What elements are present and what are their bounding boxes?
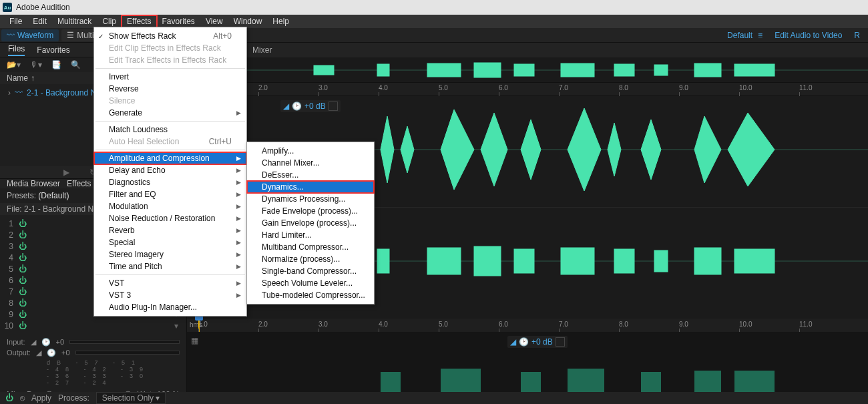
menu-item-diagnostics[interactable]: Diagnostics▶ — [94, 176, 246, 188]
menu-item-reverse[interactable]: Reverse — [94, 83, 246, 95]
chevron-right-icon: ▶ — [236, 263, 241, 270]
svg-marker-18 — [608, 123, 621, 176]
search-icon[interactable]: 🔍 — [71, 60, 81, 69]
menu-file[interactable]: File — [4, 15, 27, 27]
input-value[interactable]: +0 — [56, 338, 65, 346]
submenu-item-multiband[interactable]: Multiband Compressor... — [247, 241, 374, 253]
menu-clip[interactable]: Clip — [97, 15, 122, 27]
tab-media-browser[interactable]: Media Browser — [7, 179, 60, 188]
menu-effects[interactable]: Effects — [122, 15, 156, 27]
svg-rect-6 — [561, 63, 594, 77]
menu-item-reverb[interactable]: Reverb▶ — [94, 224, 246, 236]
chevron-down-icon[interactable]: ▾ — [174, 321, 178, 331]
menu-item-delay-echo[interactable]: Delay and Echo▶ — [94, 164, 246, 176]
submenu-item-speech-leveler[interactable]: Speech Volume Leveler... — [247, 277, 374, 289]
workspace-edit-av[interactable]: Edit Audio to Video — [775, 31, 842, 40]
menu-window[interactable]: Window — [228, 15, 268, 27]
ruler-mark: 10.0 — [739, 84, 752, 91]
submenu-item-tube-compressor[interactable]: Tube-modeled Compressor... — [247, 289, 374, 301]
submenu-item-amplify[interactable]: Amplify... — [247, 145, 374, 157]
submenu-item-dynamics-processing[interactable]: Dynamics Processing... — [247, 193, 374, 205]
power-icon[interactable]: ⏻ — [19, 321, 27, 331]
overview-waveform[interactable] — [187, 57, 868, 83]
power-icon[interactable]: ⏻ — [19, 242, 27, 251]
menu-item-special[interactable]: Special▶ — [94, 236, 246, 248]
workspace-default[interactable]: Default — [727, 31, 752, 40]
separator — [95, 274, 245, 275]
power-icon[interactable]: ⏻ — [19, 264, 27, 274]
menu-item-invert[interactable]: Invert — [94, 71, 246, 83]
status-mode-icon[interactable]: ⎋ — [20, 393, 25, 403]
menu-item-match-loudness[interactable]: Match Loudness — [94, 124, 246, 136]
menu-view[interactable]: View — [200, 15, 228, 27]
svg-rect-9 — [694, 63, 721, 77]
power-icon[interactable]: ⏻ — [19, 287, 27, 296]
gain-icon: ◢ — [31, 338, 36, 347]
waveform-mode-button[interactable]: 〰 Waveform — [1, 29, 59, 41]
submenu-item-channel-mixer[interactable]: Channel Mixer... — [247, 157, 374, 169]
power-icon[interactable]: ⏻ — [5, 393, 13, 403]
effect-slot[interactable]: 10⏻▾ — [4, 320, 182, 331]
apply-button[interactable]: Apply — [31, 393, 51, 403]
status-bar: ⏻ ⎋ Apply Process: Selection Only ▾ — [0, 392, 868, 404]
ruler-mark: 5.0 — [439, 321, 448, 328]
title-bar: Au Adobe Audition — [0, 0, 868, 15]
input-row: Input: ◢ 🕑 +0 — [7, 337, 180, 347]
effects-menu[interactable]: ✓Show Effects RackAlt+0 Edit Clip Effect… — [93, 27, 247, 317]
preset-value[interactable]: (Default) — [38, 191, 69, 200]
tab-files[interactable]: Files — [8, 44, 25, 56]
chevron-right-icon: ▶ — [236, 167, 241, 174]
menu-item-time-pitch[interactable]: Time and Pitch▶ — [94, 260, 246, 272]
submenu-item-hard-limiter[interactable]: Hard Limiter... — [247, 229, 374, 241]
submenu-item-single-band[interactable]: Single-band Compressor... — [247, 265, 374, 277]
menu-item-stereo-imagery[interactable]: Stereo Imagery▶ — [94, 248, 246, 260]
menu-item-modulation[interactable]: Modulation▶ — [94, 200, 246, 212]
power-icon[interactable]: ⏻ — [19, 219, 27, 228]
submenu-item-fade-envelope[interactable]: Fade Envelope (process)... — [247, 205, 374, 217]
menu-item-generate[interactable]: Generate▶ — [94, 107, 246, 119]
output-value[interactable]: +0 — [61, 349, 70, 357]
separator — [95, 150, 245, 150]
power-icon[interactable]: ⏻ — [19, 298, 27, 308]
submenu-item-gain-envelope[interactable]: Gain Envelope (process)... — [247, 217, 374, 229]
workspace-more[interactable]: R — [854, 31, 860, 40]
menu-bar[interactable]: File Edit Multitrack Clip Effects Favori… — [0, 15, 868, 28]
menu-item-vst[interactable]: VST▶ — [94, 277, 246, 289]
svg-rect-2 — [377, 64, 389, 76]
ruler-mark: 11.0 — [799, 84, 812, 91]
menu-item-vst3[interactable]: VST 3▶ — [94, 289, 246, 301]
submenu-item-normalize[interactable]: Normalize (process)... — [247, 253, 374, 265]
ruler-mark: 10.0 — [739, 321, 752, 328]
play-icon[interactable]: ▶ — [63, 168, 69, 177]
power-icon[interactable]: ⏻ — [19, 310, 27, 319]
output-meter — [75, 351, 180, 355]
tab-favorites[interactable]: Favorites — [37, 45, 69, 55]
process-dropdown[interactable]: Selection Only ▾ — [96, 392, 166, 404]
menu-item-noise-reduction[interactable]: Noise Reduction / Restoration▶ — [94, 212, 246, 224]
svg-marker-13 — [401, 126, 414, 173]
menu-edit[interactable]: Edit — [27, 15, 52, 27]
time-ruler-bottom[interactable]: hms 1.0 2.0 3.0 4.0 5.0 6.0 7.0 8.0 9.0 … — [187, 319, 868, 332]
open-icon[interactable]: 📂▾ — [7, 60, 21, 69]
submenu-item-dynamics[interactable]: Dynamics... — [247, 181, 374, 193]
time-ruler[interactable]: 1.0 2.0 3.0 4.0 5.0 6.0 7.0 8.0 9.0 10.0… — [187, 83, 868, 96]
menu-item-filter-eq[interactable]: Filter and EQ▶ — [94, 188, 246, 200]
power-icon[interactable]: ⏻ — [19, 276, 27, 285]
menu-item-show-rack[interactable]: ✓Show Effects RackAlt+0 — [94, 30, 246, 42]
import-icon[interactable]: 📑 — [51, 60, 61, 69]
waveform-icon: 〰 — [7, 31, 15, 40]
spectral-view[interactable]: ▦ ◢ 🕑 +0 dB — [187, 332, 868, 392]
power-icon[interactable]: ⏻ — [19, 253, 27, 262]
menu-multitrack[interactable]: Multitrack — [52, 15, 97, 27]
record-icon[interactable]: 🎙▾ — [30, 60, 42, 69]
input-meter — [69, 340, 180, 344]
amplitude-submenu[interactable]: Amplify... Channel Mixer... DeEsser... D… — [246, 142, 375, 305]
editor-tab-mixer[interactable]: Mixer — [252, 45, 272, 55]
workspace-menu-icon[interactable]: ≡ — [758, 31, 763, 40]
power-icon[interactable]: ⏻ — [19, 230, 27, 240]
menu-help[interactable]: Help — [267, 15, 294, 27]
menu-item-plugin-manager[interactable]: Audio Plug-In Manager... — [94, 301, 246, 313]
submenu-item-deesser[interactable]: DeEsser... — [247, 169, 374, 181]
menu-favorites[interactable]: Favorites — [157, 15, 200, 27]
menu-item-amplitude-compression[interactable]: Amplitude and Compression▶ — [94, 152, 246, 164]
